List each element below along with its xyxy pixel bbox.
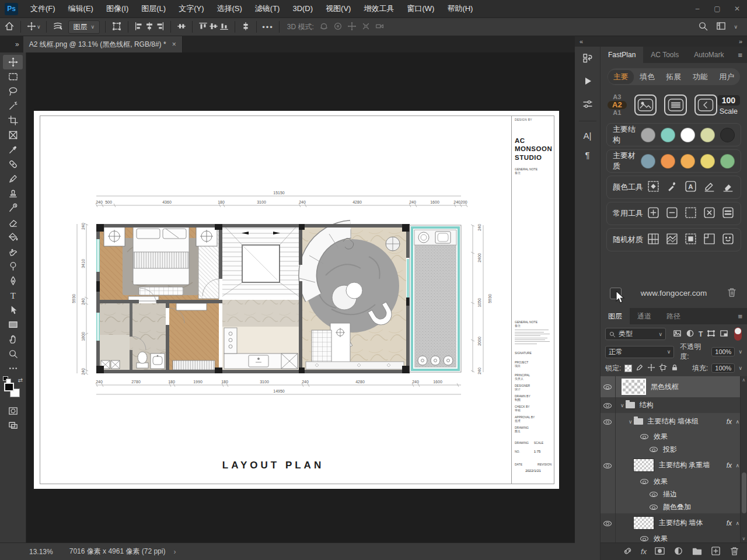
eye-icon[interactable] <box>650 503 658 511</box>
expand-panels-icon[interactable]: » <box>739 38 742 45</box>
restore-button[interactable]: ▢ <box>707 0 727 18</box>
distribute-v-icon[interactable] <box>240 21 251 33</box>
eye-icon[interactable] <box>640 534 649 542</box>
crop-tool[interactable] <box>3 113 23 128</box>
visibility-cell[interactable] <box>601 413 616 430</box>
status-chevron-icon[interactable]: › <box>173 548 176 556</box>
fill-value[interactable]: 100% <box>711 363 735 373</box>
tab-channels[interactable]: 通道 <box>630 308 659 324</box>
selection-icon[interactable] <box>684 206 697 221</box>
nav-function[interactable]: 功能 <box>687 70 713 84</box>
history-brush-tool[interactable] <box>3 201 23 215</box>
back-button[interactable] <box>694 94 717 116</box>
eye-icon[interactable] <box>650 445 658 453</box>
filter-pixel-icon[interactable] <box>673 329 682 340</box>
lasso-tool[interactable] <box>3 84 23 99</box>
corner-material-icon[interactable] <box>703 232 716 247</box>
visibility-cell[interactable] <box>601 513 616 533</box>
workspace-switcher-icon[interactable] <box>715 20 727 33</box>
material-color-2[interactable] <box>661 154 675 169</box>
material-color-5[interactable] <box>720 154 735 169</box>
adjustment-layer-icon[interactable] <box>673 545 684 558</box>
tab-automark[interactable]: AutoMark <box>686 47 731 63</box>
scrollbar-thumb[interactable] <box>742 473 746 513</box>
default-colors-icon[interactable] <box>3 376 8 381</box>
align-right-icon[interactable] <box>155 21 165 33</box>
scroll-down-icon[interactable]: ∨ <box>742 536 746 541</box>
effect-item-row[interactable]: 描边 <box>601 488 747 501</box>
history-panel-icon[interactable] <box>582 52 594 66</box>
insert-image-button[interactable] <box>634 94 657 116</box>
material-color-4[interactable] <box>700 154 715 169</box>
target-select-dropdown[interactable]: 图层 ∨ <box>68 20 100 34</box>
visibility-cell[interactable] <box>601 456 616 475</box>
menu-3d[interactable]: 3D(D) <box>286 0 319 18</box>
tab-paths[interactable]: 路径 <box>659 308 688 324</box>
group-row[interactable]: ∨ 结构 <box>601 397 747 413</box>
structure-color-5[interactable] <box>720 128 735 142</box>
search-icon[interactable] <box>697 20 708 33</box>
toolbar-collapse-icon[interactable]: » <box>15 40 19 48</box>
add-mask-icon[interactable] <box>654 545 665 558</box>
filter-type-dropdown[interactable]: 类型 ∨ <box>605 328 666 340</box>
chevron-down-icon[interactable]: ∨ <box>738 365 742 371</box>
menu-layer[interactable]: 图层(L) <box>135 0 172 18</box>
align-center-h-icon[interactable] <box>144 21 155 33</box>
character-panel-icon[interactable]: A| <box>584 131 592 141</box>
paper-a1[interactable]: A1 <box>613 109 621 117</box>
quick-selection-tool[interactable] <box>3 99 23 113</box>
quick-mask-button[interactable] <box>3 404 23 418</box>
rectangle-shape-tool[interactable] <box>3 317 23 332</box>
healing-brush-tool[interactable] <box>3 157 23 172</box>
effect-item-row[interactable]: 颜色叠加 <box>601 501 747 513</box>
paint-bucket-tool[interactable] <box>3 230 23 244</box>
delete-icon[interactable] <box>703 206 716 221</box>
menu-help[interactable]: 帮助(H) <box>441 0 479 18</box>
smiley-icon[interactable] <box>721 232 735 247</box>
edit-toolbar-ellipsis[interactable] <box>3 361 23 376</box>
menu-edit[interactable]: 编辑(E) <box>62 0 100 18</box>
text-image-icon[interactable]: A <box>684 180 697 195</box>
layer-thumbnail[interactable] <box>622 379 646 395</box>
move-tool-icon[interactable] <box>26 21 37 33</box>
menu-window[interactable]: 窗口(W) <box>400 0 441 18</box>
chevron-down-icon[interactable]: ∨ <box>37 24 41 30</box>
collapse-fx-icon[interactable]: ∧ <box>735 463 739 468</box>
filter-smart-object-icon[interactable] <box>720 329 728 340</box>
swap-colors-icon[interactable]: ⇄ <box>18 377 23 383</box>
align-bottom-icon[interactable] <box>219 21 229 33</box>
more-options-ellipsis[interactable]: ••• <box>262 23 274 32</box>
paragraph-panel-icon[interactable]: ¶ <box>585 150 589 160</box>
opacity-value[interactable]: 100% <box>711 347 735 356</box>
filter-shape-icon[interactable] <box>707 329 715 340</box>
foreground-color-swatch[interactable] <box>4 383 14 391</box>
screen-mode-button[interactable] <box>3 418 23 433</box>
lock-transparency-icon[interactable] <box>624 365 632 372</box>
transform-controls-icon[interactable] <box>111 20 123 34</box>
lock-position-icon[interactable] <box>647 363 655 373</box>
filter-toggle-switch[interactable] <box>734 327 742 341</box>
frame-tool[interactable] <box>3 128 23 142</box>
type-tool[interactable]: T <box>3 288 23 303</box>
lock-pixels-icon[interactable] <box>636 363 644 373</box>
menu-image[interactable]: 图像(I) <box>100 0 135 18</box>
agree-checkbox[interactable] <box>610 288 622 299</box>
eye-icon[interactable] <box>640 432 649 440</box>
zoom-level[interactable]: 13.13% <box>29 548 53 556</box>
panel-menu-icon[interactable]: ≡ <box>738 312 742 321</box>
align-top-icon[interactable] <box>198 21 208 33</box>
filter-adjustment-icon[interactable] <box>686 329 694 340</box>
nav-main[interactable]: 主要 <box>608 70 634 84</box>
align-left-icon[interactable] <box>134 21 144 33</box>
layer-thumbnail[interactable] <box>633 459 654 472</box>
tab-fastplan[interactable]: FastPlan <box>601 47 643 63</box>
paper-a3[interactable]: A3 <box>613 93 621 101</box>
canvas-area[interactable]: DESIGN BY AC MONSOON STUDIO GENERAL NOTE… <box>26 52 575 542</box>
collapse-fx-icon[interactable]: ∧ <box>735 419 739 425</box>
tab-layers[interactable]: 图层 <box>601 308 630 324</box>
menu-file[interactable]: 文件(F) <box>24 0 62 18</box>
layer-list-button[interactable] <box>664 94 687 116</box>
fill-material-icon[interactable] <box>684 232 697 247</box>
distribute-h-icon[interactable] <box>176 21 187 33</box>
fill-selection-icon[interactable] <box>647 180 660 195</box>
